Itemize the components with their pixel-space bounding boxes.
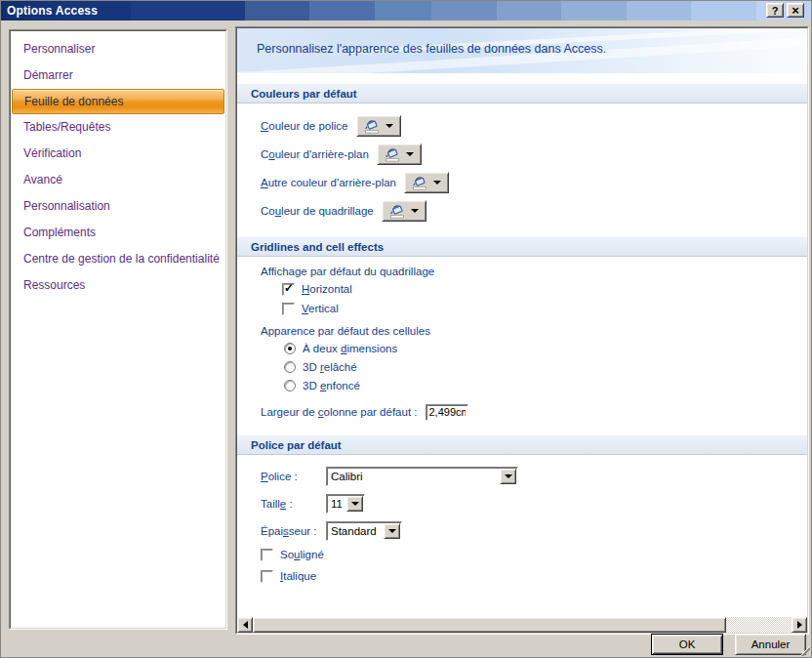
scroll-right-button[interactable] xyxy=(792,617,807,633)
help-icon: ? xyxy=(772,5,779,17)
scrollbar-thumb[interactable] xyxy=(253,617,726,633)
font-size-value: 11 xyxy=(327,495,345,513)
column-width-label: Largeur de colonne par défaut : xyxy=(261,406,418,418)
chevron-down-icon xyxy=(406,152,414,156)
vertical-checkbox[interactable] xyxy=(282,303,295,315)
background-color-row: Couleur d'arrière-plan xyxy=(261,144,807,165)
ok-button-label: OK xyxy=(679,638,696,650)
alt-background-color-picker-button[interactable] xyxy=(404,172,449,193)
italic-checkbox-row: Italique xyxy=(261,568,807,584)
section-header-couleurs: Couleurs par défaut xyxy=(237,83,807,103)
sidebar-item-complements[interactable]: Compléments xyxy=(11,220,225,246)
column-width-input[interactable] xyxy=(426,404,468,421)
sidebar: Personnaliser Démarrer Feuille de donnée… xyxy=(9,29,227,630)
sidebar-item-ressources[interactable]: Ressources xyxy=(11,272,225,299)
sidebar-item-centre-de-gestion[interactable]: Centre de gestion de la confidentialité xyxy=(11,246,225,272)
font-name-row: Police : Calibri xyxy=(261,466,807,486)
options-dialog: { "window": { "title": "Options Access",… xyxy=(0,0,812,658)
column-width-row: Largeur de colonne par défaut : xyxy=(261,403,807,421)
font-weight-combobox[interactable]: Standard xyxy=(326,521,402,541)
sidebar-item-tables-requetes[interactable]: Tables/Requêtes xyxy=(11,114,225,141)
paint-bucket-icon xyxy=(385,146,401,162)
chevron-down-icon xyxy=(505,474,512,478)
cell-appearance-label: Apparence par défaut des cellules xyxy=(261,325,807,337)
background-color-picker-button[interactable] xyxy=(377,144,422,165)
cancel-button-label: Annuler xyxy=(751,638,791,650)
font-weight-row: Épaisseur : Standard xyxy=(261,520,807,541)
vertical-checkbox-label: Vertical xyxy=(302,303,339,314)
sidebar-item-avance[interactable]: Avancé xyxy=(11,167,225,193)
flat-radio[interactable] xyxy=(284,343,296,354)
window-title: Options Access xyxy=(7,1,98,21)
raised-radio-row: 3D relâché xyxy=(284,360,807,374)
horizontal-checkbox[interactable] xyxy=(282,283,295,296)
chevron-down-icon xyxy=(388,529,396,533)
chevron-down-icon xyxy=(433,181,441,185)
underline-checkbox-row: Souligné xyxy=(261,547,807,562)
font-size-dropdown-button[interactable] xyxy=(346,496,363,512)
paint-bucket-icon xyxy=(364,118,381,134)
arrow-right-icon xyxy=(797,621,802,629)
font-name-dropdown-button[interactable] xyxy=(500,469,516,484)
page-header: Personnalisez l'apparence des feuilles d… xyxy=(237,28,807,73)
chevron-down-icon xyxy=(386,124,393,128)
sunken-radio-label: 3D enfoncé xyxy=(303,380,360,391)
section-title: Couleurs par défaut xyxy=(251,88,357,100)
font-name-label: Police : xyxy=(261,471,326,482)
help-button[interactable]: ? xyxy=(766,3,784,18)
font-size-combobox[interactable]: 11 xyxy=(326,494,365,514)
font-size-label: Taille : xyxy=(261,498,326,510)
scroll-left-button[interactable] xyxy=(237,617,253,633)
close-button[interactable]: × xyxy=(787,3,804,18)
chevron-down-icon xyxy=(411,209,419,213)
font-color-picker-button[interactable] xyxy=(356,115,401,137)
font-color-label: Couleur de police xyxy=(261,120,348,132)
title-bar: Options Access ? × xyxy=(1,1,812,21)
underline-checkbox[interactable] xyxy=(261,549,273,561)
page-header-text: Personnalisez l'apparence des feuilles d… xyxy=(237,28,807,56)
cancel-button[interactable]: Annuler xyxy=(735,634,806,655)
flat-radio-row: À deux dimensions xyxy=(284,342,807,355)
sunken-radio[interactable] xyxy=(284,380,296,391)
close-icon: × xyxy=(792,6,799,16)
sidebar-item-demarrer[interactable]: Démarrer xyxy=(11,62,225,89)
section-header-gridlines: Gridlines and cell effects xyxy=(237,236,807,257)
font-name-value: Calibri xyxy=(327,468,499,485)
sidebar-item-personnalisation[interactable]: Personnalisation xyxy=(11,193,225,220)
section-title: Gridlines and cell effects xyxy=(251,241,384,253)
ok-button[interactable]: OK xyxy=(651,634,723,655)
gridline-color-picker-button[interactable] xyxy=(382,200,426,222)
font-color-row: Couleur de police xyxy=(261,115,807,137)
main-panel: Personnalisez l'apparence des feuilles d… xyxy=(235,26,809,635)
arrow-left-icon xyxy=(243,621,248,629)
sidebar-item-feuille-de-donnees[interactable]: Feuille de données xyxy=(12,89,224,114)
section-title: Police par défaut xyxy=(251,439,342,451)
horizontal-checkbox-row: Horizontal xyxy=(282,281,807,297)
sidebar-item-personnaliser[interactable]: Personnaliser xyxy=(11,36,225,62)
paint-bucket-icon xyxy=(412,175,428,190)
horizontal-checkbox-label: Horizontal xyxy=(302,283,352,295)
sunken-radio-row: 3D enfoncé xyxy=(284,379,807,392)
gridline-display-label: Affichage par défaut du quadrillage xyxy=(261,266,807,277)
paint-bucket-icon xyxy=(389,203,406,219)
horizontal-scrollbar xyxy=(237,617,807,633)
italic-checkbox-label: Italique xyxy=(280,570,316,582)
raised-radio-label: 3D relâché xyxy=(303,361,357,373)
sidebar-list: Personnaliser Démarrer Feuille de donnée… xyxy=(11,31,225,299)
gridline-color-label: Couleur de quadrillage xyxy=(261,205,374,217)
chevron-down-icon xyxy=(351,502,359,506)
font-weight-label: Épaisseur : xyxy=(261,525,326,537)
italic-checkbox[interactable] xyxy=(261,570,273,583)
flat-radio-label: À deux dimensions xyxy=(303,343,397,354)
raised-radio[interactable] xyxy=(284,361,296,373)
underline-checkbox-label: Souligné xyxy=(280,549,324,560)
scrollbar-track[interactable] xyxy=(726,617,792,633)
sidebar-item-verification[interactable]: Vérification xyxy=(11,141,225,167)
vertical-checkbox-row: Vertical xyxy=(282,301,807,316)
font-name-combobox[interactable]: Calibri xyxy=(326,467,518,486)
background-color-label: Couleur d'arrière-plan xyxy=(261,148,369,160)
font-size-row: Taille : 11 xyxy=(261,493,807,514)
font-weight-dropdown-button[interactable] xyxy=(384,523,400,539)
alt-background-color-row: Autre couleur d'arrière-plan xyxy=(261,172,807,193)
section-header-police: Police par défaut xyxy=(237,434,807,455)
